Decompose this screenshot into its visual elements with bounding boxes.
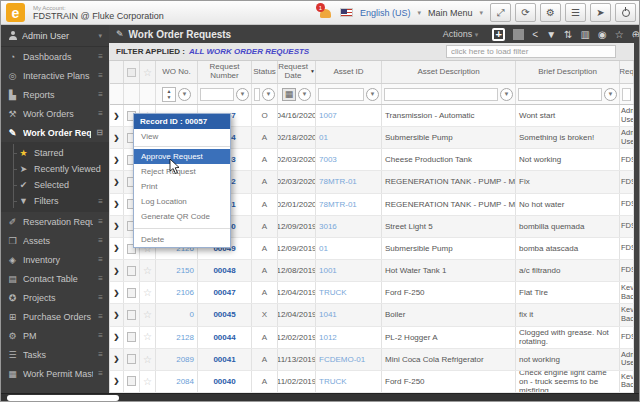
- hamburger-icon[interactable]: ≡: [98, 52, 103, 61]
- row-expand-arrow[interactable]: ❯: [110, 371, 124, 392]
- funnel-filter-icon[interactable]: ▼: [178, 88, 191, 101]
- row-checkbox[interactable]: [124, 349, 140, 370]
- sidebar-item-assets[interactable]: ❒ Assets ≡: [1, 231, 109, 250]
- hamburger-icon[interactable]: ≡: [98, 312, 103, 321]
- table-row[interactable]: ❯ ☆ 2106 00047 A 12/04/2019 TRUCK Ford F…: [110, 282, 634, 304]
- request-number-link[interactable]: 00047: [198, 282, 252, 303]
- star-icon[interactable]: ☆: [615, 29, 624, 40]
- hamburger-icon[interactable]: ≡: [98, 71, 103, 80]
- wo-no-link[interactable]: 2084: [156, 371, 198, 392]
- sidebar-item-purchase-orders[interactable]: ⊞ Purchase Orders ≡: [1, 307, 109, 326]
- requested-by-filter-input[interactable]: [622, 88, 631, 101]
- select-all-checkbox[interactable]: [124, 61, 140, 83]
- hamburger-icon[interactable]: ≡: [98, 217, 103, 226]
- sidebar-item-contact-table[interactable]: ▤ Contact Table ≡: [1, 269, 109, 288]
- sidebar-item-starred[interactable]: ★ Starred: [1, 145, 109, 161]
- row-expand-arrow[interactable]: ❯: [110, 238, 124, 259]
- row-expand-arrow[interactable]: ❯: [110, 149, 124, 170]
- request-number-link[interactable]: 00041: [198, 349, 252, 370]
- table-row[interactable]: ❯ ☆ 2089 00041 A 11/13/2019 FCDEMO-01 Mi…: [110, 349, 634, 371]
- row-star-icon[interactable]: ☆: [140, 327, 156, 348]
- funnel-filter-icon[interactable]: ▼: [366, 88, 379, 101]
- grid-muted-icon[interactable]: [513, 29, 524, 40]
- calendar-icon[interactable]: ▦: [282, 88, 296, 101]
- columns-icon[interactable]: ▥: [580, 29, 589, 40]
- load-filter-input[interactable]: [446, 45, 616, 58]
- filter-funnel-icon[interactable]: ▼: [546, 29, 556, 40]
- funnel-filter-icon[interactable]: ▼: [500, 88, 513, 101]
- hamburger-icon[interactable]: ≡: [98, 236, 103, 245]
- refresh-button[interactable]: ⟳: [515, 3, 536, 22]
- star-column-header[interactable]: ☆: [140, 61, 156, 83]
- asset-id-link[interactable]: TRUCK: [316, 282, 382, 303]
- asset-id-link[interactable]: 7003: [316, 149, 382, 170]
- table-row[interactable]: ❯ ☆ 2128 00044 A 12/02/2019 1012 PL-2 Ho…: [110, 327, 634, 349]
- row-expand-arrow[interactable]: ❯: [110, 105, 124, 126]
- column-header-wo-no[interactable]: WO No.: [156, 61, 198, 83]
- add-record-icon[interactable]: +: [492, 28, 505, 41]
- row-expand-arrow[interactable]: ❯: [110, 171, 124, 192]
- sidebar-item-inventory[interactable]: ◈ Inventory ≡: [1, 250, 109, 269]
- column-header-asset-description[interactable]: Asset Description: [382, 61, 516, 83]
- brief-description-filter-input[interactable]: [518, 88, 602, 101]
- wo-no-link[interactable]: 2106: [156, 282, 198, 303]
- target-icon[interactable]: ◉: [598, 29, 607, 40]
- hamburger-icon[interactable]: ≡: [98, 274, 103, 283]
- column-header-status[interactable]: Status: [252, 61, 278, 83]
- funnel-filter-icon[interactable]: ▼: [604, 88, 617, 101]
- asset-id-link[interactable]: FCDEMO-01: [316, 349, 382, 370]
- wo-no-link[interactable]: 0: [156, 304, 198, 325]
- asset-id-link[interactable]: 1001: [316, 260, 382, 281]
- hamburger-icon[interactable]: ≡: [98, 109, 103, 118]
- hamburger-icon[interactable]: ≡: [98, 350, 103, 359]
- hamburger-icon[interactable]: ≡: [98, 369, 103, 378]
- hamburger-icon[interactable]: ≡: [98, 293, 103, 302]
- column-header-request-number[interactable]: Request Number: [198, 61, 252, 83]
- sidebar-item-dashboards[interactable]: ◔ Dashboards ≡: [1, 47, 109, 66]
- row-checkbox[interactable]: [124, 260, 140, 281]
- asset-id-link[interactable]: 3016: [316, 216, 382, 237]
- asset-id-link[interactable]: 01: [316, 238, 382, 259]
- column-header-requested-by[interactable]: Req: [620, 61, 634, 83]
- sidebar-item-projects[interactable]: ✪ Projects ≡: [1, 288, 109, 307]
- context-menu-item-reject-request[interactable]: Reject Request: [134, 164, 230, 179]
- request-number-link[interactable]: 00040: [198, 371, 252, 392]
- row-expand-arrow[interactable]: ❯: [110, 216, 124, 237]
- request-number-link[interactable]: 00044: [198, 327, 252, 348]
- row-checkbox[interactable]: [124, 371, 140, 392]
- hamburger-icon[interactable]: ≡: [98, 197, 103, 206]
- share-icon[interactable]: <: [532, 29, 538, 40]
- notification-bell-icon[interactable]: 1: [318, 6, 333, 19]
- row-expand-arrow[interactable]: ❯: [110, 194, 124, 215]
- asset-id-filter-input[interactable]: [318, 88, 364, 101]
- asset-id-link[interactable]: 1041: [316, 304, 382, 325]
- asset-id-link[interactable]: TRUCK: [316, 371, 382, 392]
- power-button[interactable]: [615, 3, 636, 22]
- row-checkbox[interactable]: [124, 327, 140, 348]
- main-menu-button[interactable]: Main Menu: [428, 8, 473, 18]
- sidebar-item-reports[interactable]: ▙ Reports ≡: [1, 85, 109, 104]
- asset-id-link[interactable]: 78MTR-01: [316, 171, 382, 192]
- locate-button[interactable]: ➤: [590, 3, 611, 22]
- asset-id-link[interactable]: 1012: [316, 327, 382, 348]
- language-selector[interactable]: English (US): [360, 8, 411, 18]
- sidebar-user-menu[interactable]: Admin User ▾: [1, 25, 109, 47]
- funnel-filter-icon[interactable]: ▼: [262, 88, 275, 101]
- sidebar-item-filters[interactable]: ▼ Filters ≡: [1, 193, 109, 209]
- app-logo[interactable]: e: [6, 3, 25, 22]
- funnel-filter-icon[interactable]: ▼: [236, 88, 249, 101]
- sidebar-item-interactive-plans[interactable]: ◎ Interactive Plans ≡: [1, 66, 109, 85]
- request-number-filter-input[interactable]: [200, 88, 234, 101]
- context-menu-item-print[interactable]: Print: [134, 179, 230, 194]
- row-star-icon[interactable]: ☆: [140, 260, 156, 281]
- column-header-asset-id[interactable]: Asset ID: [316, 61, 382, 83]
- hamburger-icon[interactable]: ≡: [98, 90, 103, 99]
- request-number-link[interactable]: 00045: [198, 304, 252, 325]
- column-header-brief-description[interactable]: Brief Description: [516, 61, 620, 83]
- sidebar-item-work-permit-master-file[interactable]: ▦ Work Permit Master File ≡: [1, 364, 109, 383]
- sidebar-item-work-order-requests[interactable]: ✎ Work Order Requests ⊟: [1, 123, 109, 142]
- sort-icon[interactable]: ⇅: [564, 29, 572, 40]
- vertical-scrollbar[interactable]: [634, 37, 639, 401]
- context-menu-item-delete[interactable]: Delete: [134, 232, 230, 247]
- hamburger-icon[interactable]: ≡: [98, 255, 103, 264]
